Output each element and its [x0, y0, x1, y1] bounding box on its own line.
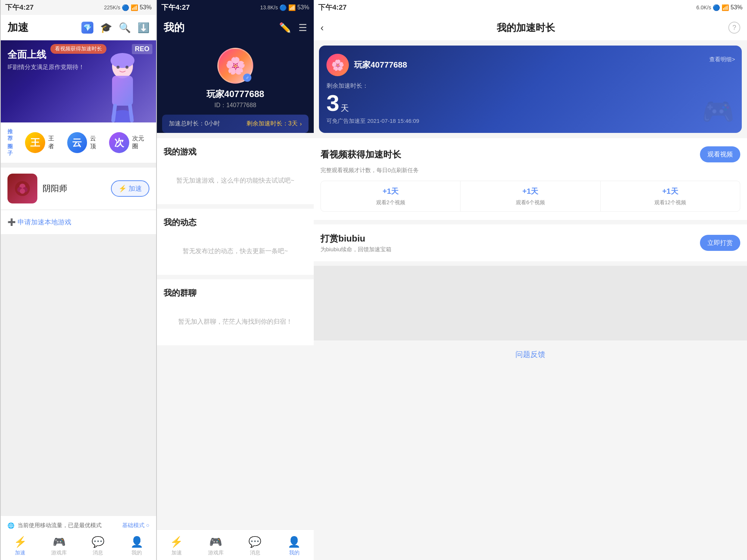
watch-video-button[interactable]: 观看视频	[700, 146, 740, 162]
p1-tab-bar: ⚡ 加速 🎮 游戏库 💬 消息 👤 我的	[1, 533, 156, 559]
p2-groups-empty: 暂无加入群聊，茫茫人海找到你的归宿！	[164, 306, 307, 337]
time-2: 下午4:27	[161, 3, 190, 12]
p3-task-3: +1天 观看12个视频	[601, 181, 740, 211]
tab-mine-2[interactable]: 👤 我的	[281, 536, 307, 556]
p2-dynamics-title: 我的动态	[164, 217, 307, 228]
p3-days-unit: 天	[341, 103, 349, 114]
game-name: 阴阳师	[43, 183, 106, 194]
p2-section-dynamics: 我的动态 暂无发布过的动态，快去更新一条吧~	[157, 209, 314, 275]
speed-label-2: 13.8K/s	[260, 4, 278, 10]
tab-mine-icon-2: 👤	[288, 536, 301, 548]
status-icons-2: 13.8K/s 🔵 📶 53%	[260, 4, 309, 11]
anime-girl-decoration	[93, 48, 152, 122]
bluetooth-icon-3: 🔵	[713, 4, 720, 11]
banner-text: 全面上线 IF剧情分支满足原作党期待！	[7, 48, 84, 71]
tab-msg-1[interactable]: 💬 消息	[85, 536, 111, 556]
download-icon[interactable]: ⬇️	[137, 22, 149, 34]
remain-arrow: ›	[300, 121, 302, 127]
svg-rect-2	[112, 76, 133, 106]
p3-task-plus-1: +1天	[382, 186, 399, 196]
tab-gameshop-label-1: 游戏库	[51, 550, 67, 556]
cat-avatar-yunding: 云	[67, 132, 87, 153]
p3-days-count: 3	[326, 91, 339, 115]
panel-mine: 下午4:27 13.8K/s 🔵 📶 53% 我的 ✏️ ☰ 🌸 ♂ 玩家407…	[157, 0, 314, 560]
p1-header-icons: 💎 🎓 🔍 ⬇️	[81, 22, 149, 34]
p3-video-tasks: +1天 观看2个视频 +1天 观看6个视频 +1天 观看12个视频	[320, 181, 740, 212]
basic-mode-btn[interactable]: 基础模式 ○	[122, 522, 149, 529]
tab-jiasu-label-2: 加速	[171, 550, 182, 556]
tab-mine-icon-1: 👤	[130, 536, 143, 548]
p3-video-title: 看视频获得加速时长	[320, 149, 401, 161]
p2-profile: 🌸 ♂ 玩家40777688 ID：140777688	[157, 40, 314, 118]
p3-feedback: 问题反馈	[314, 340, 747, 368]
p3-reward-section: 打赏biubiu 为biubiu续命，回馈加速宝箱 立即打赏	[314, 224, 747, 261]
p3-duration-card: 🌸 玩家40777688 查看明细> 剩余加速时长： 3 天 可免广告加速至 2…	[319, 46, 742, 133]
tab-gameshop-2[interactable]: 🎮 游戏库	[203, 536, 229, 556]
total-speed-label: 加速总时长：0小时	[169, 120, 220, 128]
search-icon[interactable]: 🔍	[119, 22, 131, 34]
tab-msg-2[interactable]: 💬 消息	[242, 536, 268, 556]
p2-tab-bar: ⚡ 加速 🎮 游戏库 💬 消息 👤 我的	[157, 533, 314, 559]
p3-title: 我的加速时长	[329, 21, 723, 34]
cat-item-wangzhe[interactable]: 王 王者	[25, 132, 60, 153]
p3-task-label-2: 观看6个视频	[516, 199, 545, 206]
help-circle[interactable]: ?	[728, 22, 740, 34]
apply-label: ➕ 申请加速本地游戏	[7, 218, 71, 227]
p2-title: 我的	[164, 21, 185, 35]
p3-task-plus-3: +1天	[662, 186, 678, 196]
p3-task-label-1: 观看2个视频	[376, 199, 405, 206]
p3-user-row: 🌸 玩家40777688	[326, 54, 734, 76]
p2-section-groups: 我的群聊 暂无加入群聊，茫茫人海找到你的归宿！	[157, 279, 314, 345]
bottom-spacer-2	[157, 345, 314, 379]
p3-task-1: +1天 观看2个视频	[321, 181, 461, 211]
back-button[interactable]: ‹	[320, 22, 324, 34]
p3-task-label-3: 观看12个视频	[654, 199, 686, 206]
p3-header: ‹ 我的加速时长 ?	[314, 15, 747, 40]
tab-jiasu-2[interactable]: ⚡ 加速	[164, 536, 190, 556]
p2-sections: 我的游戏 暂无加速游戏，这么牛的功能快去试试吧~ 我的动态 暂无发布过的动态，快…	[157, 133, 314, 529]
globe-icon: 🌐	[7, 522, 15, 529]
help-icon: ?	[732, 24, 736, 32]
p3-reward-left: 打赏biubiu 为biubiu续命，回馈加速宝箱	[320, 233, 391, 253]
p1-banner[interactable]: 看视频获得加速时长 全面上线 IF剧情分支满足原作党期待！ REO	[1, 40, 156, 122]
tab-gameshop-icon-1: 🎮	[53, 536, 66, 548]
view-detail-btn[interactable]: 查看明细>	[709, 56, 735, 63]
diamond-icon[interactable]: 💎	[81, 22, 93, 34]
p2-games-title: 我的游戏	[164, 146, 307, 158]
tab-mine-1[interactable]: 👤 我的	[124, 536, 150, 556]
cat-item-ciyuan[interactable]: 次 次元圈	[109, 132, 149, 153]
tab-jiasu-1[interactable]: ⚡ 加速	[7, 536, 33, 556]
p3-video-header: 看视频获得加速时长 观看视频	[320, 146, 740, 162]
tab-jiasu-label-1: 加速	[15, 550, 25, 556]
p1-apply[interactable]: ➕ 申请加速本地游戏	[1, 210, 156, 234]
p3-reward-sub: 为biubiu续命，回馈加速宝箱	[320, 246, 391, 253]
p3-reward-title: 打赏biubiu	[320, 233, 391, 245]
feedback-link[interactable]: 问题反馈	[515, 350, 545, 358]
tab-gameshop-label-2: 游戏库	[208, 550, 224, 556]
p2-speed-bar[interactable]: 加速总时长：0小时 剩余加速时长：3天 ›	[162, 115, 309, 133]
tab-mine-label-2: 我的	[289, 550, 300, 556]
recommend-circle-label: 推荐 圈子	[7, 128, 18, 157]
cat-item-yunding[interactable]: 云 云顶	[67, 132, 102, 153]
cat-avatar-wangzhe: 王	[25, 132, 45, 153]
svg-point-1	[111, 53, 134, 68]
tab-gameshop-1[interactable]: 🎮 游戏库	[46, 536, 72, 556]
svg-point-12	[20, 189, 25, 194]
status-bar-2: 下午4:27 13.8K/s 🔵 📶 53%	[157, 0, 314, 15]
tab-msg-icon-2: 💬	[248, 536, 261, 548]
speed-label-1: 225K/s	[104, 4, 120, 10]
speed-button[interactable]: ⚡ 加速	[111, 180, 149, 197]
svg-line-5	[130, 106, 132, 121]
donate-button[interactable]: 立即打赏	[700, 235, 740, 251]
tab-gameshop-icon-2: 🎮	[209, 536, 222, 548]
hat-icon[interactable]: 🎓	[100, 22, 112, 34]
menu-icon[interactable]: ☰	[298, 22, 307, 34]
remain-speed[interactable]: 剩余加速时长：3天 ›	[247, 120, 302, 128]
status-bar-3: 下午4:27 6.0K/s 🔵 📶 53%	[314, 0, 747, 15]
footer-left: 🌐 当前使用移动流量，已是最优模式	[7, 522, 102, 529]
battery-icon-1: 53%	[140, 4, 152, 11]
p3-content: 🌸 玩家40777688 查看明细> 剩余加速时长： 3 天 可免广告加速至 2…	[314, 40, 747, 560]
panel-speed-duration: 下午4:27 6.0K/s 🔵 📶 53% ‹ 我的加速时长 ? 🌸 玩家407…	[314, 0, 747, 560]
tab-mine-label-1: 我的	[131, 550, 142, 556]
edit-icon[interactable]: ✏️	[279, 22, 291, 34]
